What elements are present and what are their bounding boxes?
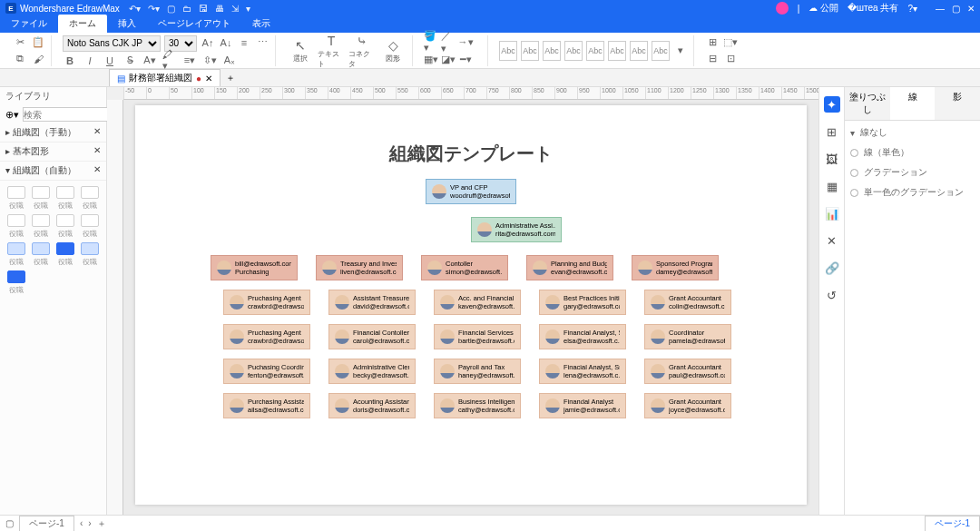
prop-none[interactable]: ▾線なし <box>850 126 975 139</box>
user-avatar-icon[interactable] <box>776 2 789 15</box>
org-node[interactable]: Payroll and Taxhaney@edrawsoft.c... <box>434 359 521 384</box>
prop-solid[interactable]: 線（単色） <box>850 146 975 159</box>
themes-icon[interactable]: ⊞ <box>824 123 840 140</box>
more-format-icon[interactable]: ⋯ <box>255 35 270 50</box>
shape-item[interactable]: 役職 <box>55 242 76 267</box>
style-tool-icon[interactable]: ✦ <box>824 96 840 113</box>
export-icon[interactable]: ⇲ <box>231 4 239 14</box>
prop-tab-fill[interactable]: 塗りつぶし <box>845 87 890 120</box>
org-node[interactable]: Administrative Assi...rita@edrawsoft.com <box>471 217 562 242</box>
qat-more-icon[interactable]: ▾ <box>246 4 250 14</box>
add-page-icon[interactable]: ＋ <box>97 517 106 530</box>
open-icon[interactable]: 🗀 <box>182 4 191 14</box>
style-more-icon[interactable]: ▾ <box>673 44 688 58</box>
distribute-icon[interactable]: ⊡ <box>723 52 738 66</box>
org-node[interactable]: Financial Servicesbartle@edrawsoft.c... <box>434 324 521 349</box>
shape-item[interactable]: 役職 <box>55 214 76 239</box>
prev-page-icon[interactable]: ‹ <box>80 518 83 528</box>
highlight-icon[interactable]: 🖍▾ <box>162 54 177 68</box>
org-node[interactable]: Grant Accountantjoyce@edrawsoft.c... <box>644 393 731 418</box>
org-node[interactable]: Financial Contollercarol@edrawsoft.c... <box>328 324 416 349</box>
org-node[interactable]: Grant Accountantcolin@edrawsoft.c... <box>644 290 731 315</box>
style-preset[interactable]: Abc <box>499 41 517 61</box>
bold-icon[interactable]: B <box>63 54 77 68</box>
shape-item[interactable]: 役職 <box>80 214 101 239</box>
style-preset[interactable]: Abc <box>630 41 648 61</box>
shape-fill-icon[interactable]: ▦▾ <box>424 52 438 66</box>
prop-tab-shadow[interactable]: 影 <box>935 87 980 120</box>
menu-view[interactable]: 表示 <box>241 15 281 33</box>
shape-tool[interactable]: ◇図形 <box>379 37 407 64</box>
page-tab[interactable]: ページ-1 <box>19 516 74 531</box>
font-select[interactable]: Noto Sans CJK JP Black <box>63 35 161 52</box>
strike-icon[interactable]: S̶ <box>122 54 137 68</box>
org-node[interactable]: Grant Accountantpaul@edrawsoft.com <box>644 359 731 384</box>
text-tool[interactable]: Tテキスト <box>318 33 345 69</box>
align-objects-icon[interactable]: ⊟ <box>705 52 720 66</box>
next-page-icon[interactable]: › <box>88 518 91 528</box>
org-node[interactable]: Coordinatorpamela@edrawsof... <box>644 324 731 349</box>
org-node[interactable]: VP and CFPwoodruff@edrawsoft... <box>426 179 516 204</box>
style-preset[interactable]: Abc <box>586 41 604 61</box>
group-icon[interactable]: ⊞ <box>705 35 720 50</box>
undo-icon[interactable]: ↶▾ <box>129 4 141 14</box>
lib-section[interactable]: ▸ 組織図（手動）✕ <box>0 123 106 143</box>
close-icon[interactable]: ✕ <box>967 4 975 14</box>
shape-item[interactable]: 役職 <box>80 186 101 211</box>
italic-icon[interactable]: I <box>83 54 97 68</box>
select-tool[interactable]: ↖選択 <box>287 37 314 64</box>
org-node[interactable]: Pruchasing Agentcrawbrd@edrawsoft... <box>223 290 310 315</box>
org-node[interactable]: Financial Analyst, Sr.elsa@edrawosft.c..… <box>539 324 626 349</box>
share-button[interactable]: �штеа 共有 <box>848 2 898 15</box>
shape-item[interactable]: 役職 <box>5 214 26 239</box>
new-icon[interactable]: ▢ <box>167 4 175 14</box>
maximize-icon[interactable]: ▢ <box>952 4 960 14</box>
org-node[interactable]: Puchasing Coordinatorfenton@edrawsoft.c.… <box>223 359 310 384</box>
print-icon[interactable]: 🖶 <box>215 4 224 14</box>
menu-file[interactable]: ファイル <box>0 15 58 33</box>
public-button[interactable]: ☁ 公開 <box>808 2 838 15</box>
style-gallery[interactable]: Abc Abc Abc Abc Abc Abc Abc Abc ▾ <box>494 35 694 66</box>
lib-add-icon[interactable]: ⊕▾ <box>5 109 19 121</box>
org-node[interactable]: Assistant Treasurerdavid@edrawsoft.c... <box>328 290 416 315</box>
org-node[interactable]: Acc. and Financial ...kaven@edrawsoft.c.… <box>434 290 521 315</box>
underline-icon[interactable]: U <box>103 54 117 68</box>
chart-icon[interactable]: 📊 <box>824 205 840 221</box>
prop-gradient[interactable]: グラデーション <box>850 166 975 179</box>
org-node[interactable]: Pruchasing Agentcrawbrd@edrawsoft... <box>223 324 310 349</box>
image-icon[interactable]: 🖼 <box>824 151 840 167</box>
page[interactable]: 組織図テンプレート VP and CFPwoodruff@edrawsoft..… <box>135 105 807 505</box>
org-node[interactable]: Sponsored Programsdamey@edrawsoft... <box>632 255 719 280</box>
shape-item[interactable]: 役職 <box>30 242 51 267</box>
help-icon[interactable]: ?▾ <box>907 4 917 14</box>
line-icon[interactable]: ／▾ <box>441 34 456 49</box>
format-painter-icon[interactable]: 🖌 <box>31 52 45 66</box>
increase-font-icon[interactable]: A↑ <box>201 35 215 50</box>
arrow-icon[interactable]: →▾ <box>458 34 473 49</box>
menu-home[interactable]: ホーム <box>58 15 107 33</box>
style-preset[interactable]: Abc <box>608 41 626 61</box>
font-color-icon[interactable]: A▾ <box>142 54 157 68</box>
shape-item[interactable]: 役職 <box>5 270 26 295</box>
shape-item[interactable]: 役職 <box>30 214 51 239</box>
shadow-icon[interactable]: ◪▾ <box>441 52 456 66</box>
shape-item[interactable]: 役職 <box>55 186 76 211</box>
line-style-icon[interactable]: ━▾ <box>458 52 473 66</box>
connector-tool[interactable]: ⤷コネクタ <box>348 33 376 69</box>
style-preset[interactable]: Abc <box>543 41 561 61</box>
menu-pagelayout[interactable]: ページレイアウト <box>147 15 241 33</box>
clear-format-icon[interactable]: Aₓ <box>222 54 237 68</box>
cut-icon[interactable]: ✂ <box>13 35 27 50</box>
shape-item[interactable]: 役職 <box>30 186 51 211</box>
redo-icon[interactable]: ↷▾ <box>148 4 160 14</box>
prop-tab-line[interactable]: 線 <box>890 87 936 120</box>
org-node[interactable]: Contollersimon@edrawsoft.com <box>421 255 508 280</box>
copy-icon[interactable]: ⧉ <box>13 52 27 66</box>
section-close-icon[interactable]: ✕ <box>93 164 101 177</box>
menu-insert[interactable]: 挿入 <box>107 15 147 33</box>
org-node[interactable]: Acounting Assistantdoris@edrawsoft.c... <box>328 393 416 418</box>
org-node[interactable]: Best Practices Initia...gary@edrawsoft.c… <box>539 290 626 315</box>
org-node[interactable]: Finacial Analyst, Sr.lena@edrawsoft.c... <box>539 359 626 384</box>
org-node[interactable]: Treasury and Invest...liven@edrawsoft.co… <box>316 255 403 280</box>
prop-mono[interactable]: 単一色のグラデーション <box>850 186 975 199</box>
